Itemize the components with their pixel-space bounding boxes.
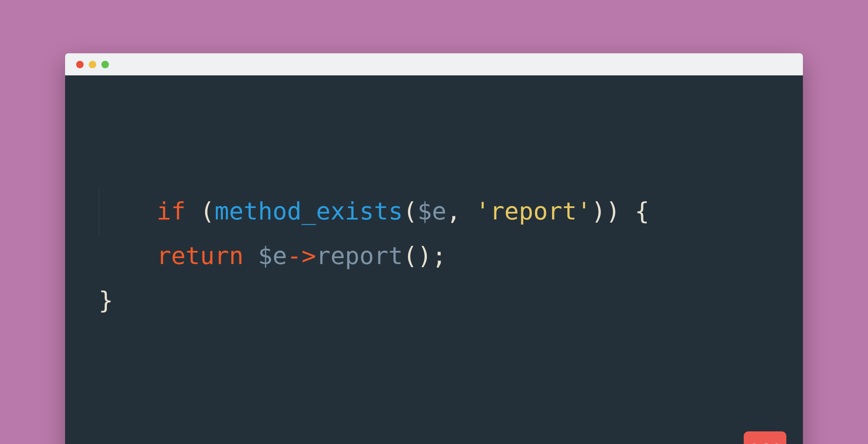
string-literal: 'report' (475, 197, 591, 225)
variable: $e (417, 197, 446, 225)
space (185, 197, 200, 225)
space (243, 242, 258, 270)
logo-text: LN (752, 431, 779, 444)
close-button[interactable] (76, 61, 84, 68)
brace: } (99, 286, 113, 314)
minimize-button[interactable] (89, 61, 96, 68)
comma: , (446, 197, 475, 225)
window-titlebar (65, 53, 803, 75)
paren: ) (591, 197, 606, 225)
logo-badge: LN (744, 431, 786, 444)
paren: ) (606, 197, 620, 225)
editor-window: if (method_exists($e, 'report')) { retur… (65, 53, 803, 444)
arrow-operator: -> (287, 242, 316, 270)
function-name: method_exists (215, 197, 403, 225)
call-parens: (); (403, 242, 446, 270)
paren: ( (200, 197, 215, 225)
indent (99, 242, 157, 270)
code-editor: if (method_exists($e, 'report')) { retur… (65, 75, 803, 444)
keyword-if: if (157, 197, 185, 225)
indent-guide (99, 190, 99, 235)
keyword-return: return (157, 242, 243, 270)
space (620, 197, 635, 225)
maximize-button[interactable] (101, 61, 109, 68)
brace: { (635, 197, 649, 225)
paren: ( (403, 197, 417, 225)
method-name: report (316, 242, 403, 270)
variable: $e (258, 242, 287, 270)
